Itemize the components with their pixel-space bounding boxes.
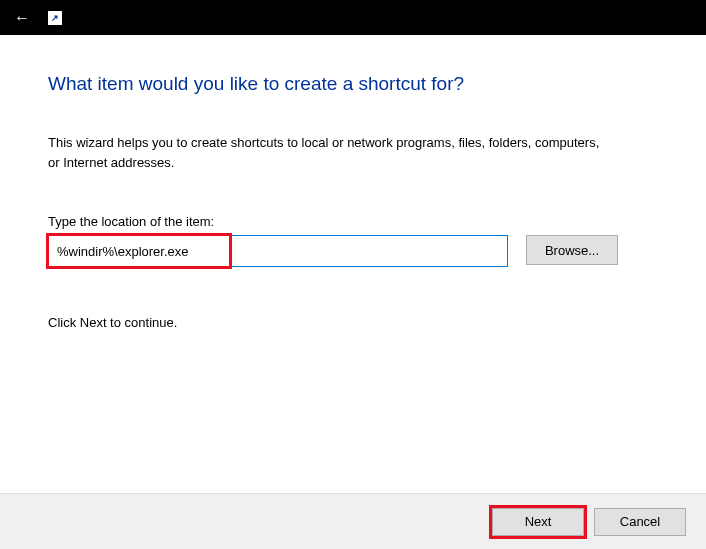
wizard-content: What item would you like to create a sho… <box>0 35 706 330</box>
location-input-wrap <box>48 235 508 267</box>
cancel-button[interactable]: Cancel <box>594 508 686 536</box>
next-button[interactable]: Next <box>492 508 584 536</box>
location-input[interactable] <box>48 235 508 267</box>
shortcut-wizard-icon: ↗ <box>48 11 62 25</box>
page-title: What item would you like to create a sho… <box>48 73 658 95</box>
wizard-description: This wizard helps you to create shortcut… <box>48 133 608 172</box>
next-button-wrap: Next <box>492 508 584 536</box>
input-row: Browse... <box>48 235 658 267</box>
browse-button[interactable]: Browse... <box>526 235 618 265</box>
back-arrow-icon[interactable]: ← <box>10 7 34 29</box>
titlebar: ← ↗ <box>0 0 706 35</box>
continue-text: Click Next to continue. <box>48 315 658 330</box>
wizard-footer: Next Cancel <box>0 493 706 549</box>
location-label: Type the location of the item: <box>48 214 658 229</box>
